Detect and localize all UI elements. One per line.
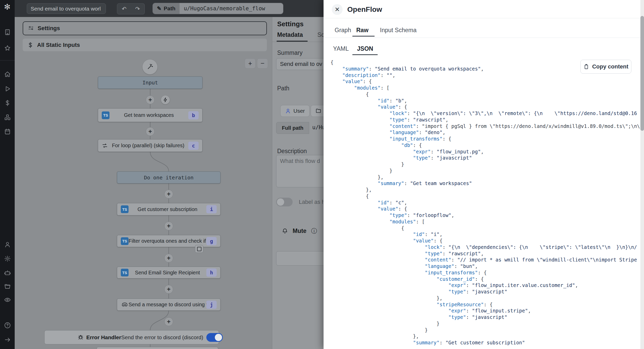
node-id-badge: c xyxy=(188,142,199,150)
audit-eye-icon[interactable] xyxy=(4,296,11,304)
flow-node-i[interactable]: TS Get customer subscription i xyxy=(117,203,221,215)
ai-wand-button[interactable] xyxy=(142,59,157,74)
node-label: For loop (parallel) (skip failures) xyxy=(108,143,188,149)
label-toggle-text: Label as h xyxy=(299,199,325,205)
typescript-badge: TS xyxy=(121,237,129,245)
folder-small-icon xyxy=(316,108,321,114)
tab-graph[interactable]: Graph xyxy=(335,27,351,34)
tab-input-schema[interactable]: Input Schema xyxy=(380,27,417,34)
tab-raw[interactable]: Raw xyxy=(356,27,368,34)
clipboard-icon xyxy=(583,64,589,69)
lightning-icon xyxy=(163,97,168,102)
schedules-calendar-icon[interactable] xyxy=(4,128,11,135)
user-icon[interactable] xyxy=(4,241,11,248)
toggle-knob xyxy=(277,198,284,206)
node-label: Send a message to discord using we… xyxy=(129,302,206,308)
flow-error-handler-node[interactable]: Error HandlerSend the error to discord (… xyxy=(44,330,219,344)
drawer-scrollbar-thumb[interactable] xyxy=(640,16,644,131)
home-icon[interactable] xyxy=(4,71,11,78)
add-step-button[interactable]: + xyxy=(164,222,173,230)
subtab-json[interactable]: JSON xyxy=(357,45,373,52)
flow-node-partial xyxy=(97,347,218,349)
graph-zoom-out-button[interactable]: − xyxy=(257,58,268,68)
redo-button[interactable]: ↷ xyxy=(131,3,145,14)
variables-dollar-icon[interactable] xyxy=(4,99,11,107)
close-drawer-button[interactable]: ✕ xyxy=(332,4,343,15)
favorites-star-icon[interactable] xyxy=(4,44,11,52)
resources-boxes-icon[interactable] xyxy=(4,114,11,121)
node-label: Send Email Single Recipient xyxy=(129,270,206,276)
owner-user-label: User xyxy=(293,108,305,114)
drawer-title: OpenFlow xyxy=(347,5,382,14)
flow-node-j[interactable]: Send a message to discord using we… j xyxy=(117,299,221,311)
settings-gear-icon[interactable] xyxy=(4,255,11,263)
info-icon: ⓘ xyxy=(311,227,317,235)
square-icon xyxy=(197,247,201,251)
subtab-yaml[interactable]: YAML xyxy=(333,45,349,52)
trigger-lightning-button[interactable] xyxy=(161,95,170,104)
static-inputs-label: All Static Inputs xyxy=(37,42,80,48)
flow-settings-menu-item[interactable]: Settings xyxy=(23,21,267,35)
runs-play-icon[interactable] xyxy=(4,85,11,93)
typescript-badge: TS xyxy=(102,111,109,119)
add-step-button[interactable]: + xyxy=(164,285,173,294)
all-static-inputs-menu-item[interactable]: All Static Inputs xyxy=(23,39,267,51)
bug-icon xyxy=(78,334,84,341)
flow-node-h[interactable]: TS Send Email Single Recipient h xyxy=(117,267,221,278)
node-label: Filter overquota ones and check if sh… xyxy=(129,238,206,244)
topbar: ↶ ↷ ✎ Path u/HugoCasa/memorable_flow xyxy=(15,0,324,17)
typescript-badge: TS xyxy=(121,269,129,276)
label-toggle-row: Label as h xyxy=(276,198,325,206)
error-handler-toggle[interactable] xyxy=(206,333,223,342)
add-step-button[interactable]: + xyxy=(164,190,173,198)
label-toggle[interactable] xyxy=(276,198,293,206)
flow-node-do-one-iteration[interactable]: Do one iteration xyxy=(117,171,221,184)
summary-label: Summary xyxy=(277,49,302,56)
windmill-flow-editor: ↶ ↷ ✎ Path u/HugoCasa/memorable_flow ✻ xyxy=(0,0,644,349)
full-path-label: Full path xyxy=(276,122,309,134)
windmill-logo[interactable]: ✻ xyxy=(2,2,12,12)
copy-button-label: Copy content xyxy=(592,63,629,70)
folders-icon[interactable] xyxy=(4,283,11,291)
settings-menu-label: Settings xyxy=(38,25,60,32)
flow-node-input[interactable]: Input xyxy=(98,76,202,89)
magic-wand-icon xyxy=(146,63,154,71)
undo-button[interactable]: ↶ xyxy=(117,3,131,14)
owner-kind-user-button[interactable]: User xyxy=(280,105,310,117)
mute-label: Mute xyxy=(293,228,307,234)
add-step-button[interactable]: + xyxy=(164,254,173,263)
flow-node-b[interactable]: TS Get team workspaces b xyxy=(98,108,202,122)
flow-summary-input[interactable] xyxy=(27,3,106,14)
add-step-button[interactable]: + xyxy=(146,95,155,104)
sliders-icon xyxy=(28,25,34,31)
workers-robot-icon[interactable] xyxy=(4,269,11,277)
bell-icon xyxy=(282,228,288,234)
error-handler-label: Error HandlerSend the error to discord (… xyxy=(86,334,203,341)
add-step-button[interactable]: + xyxy=(146,127,155,136)
settings-panel-title: Settings xyxy=(277,20,304,28)
node-id-badge: j xyxy=(206,301,217,309)
close-icon: ✕ xyxy=(335,6,340,13)
json-code: { "summary": "Send email to overquota wo… xyxy=(331,59,640,349)
undo-icon: ↶ xyxy=(122,6,126,12)
graph-zoom-in-button[interactable]: + xyxy=(245,58,256,68)
workspace-building-icon[interactable] xyxy=(4,28,11,36)
tab-metadata[interactable]: Metadata xyxy=(277,31,303,38)
help-question-icon[interactable] xyxy=(4,321,11,329)
sidebar-divider xyxy=(0,60,15,60)
add-step-button[interactable]: + xyxy=(164,317,173,326)
module-box-button[interactable] xyxy=(195,245,203,253)
copy-content-button[interactable]: Copy content xyxy=(580,60,631,74)
pencil-icon: ✎ xyxy=(157,5,162,12)
path-button[interactable]: ✎ Path u/HugoCasa/memorable_flow xyxy=(152,3,283,14)
toggle-knob xyxy=(215,334,222,341)
flow-node-c[interactable]: For loop (parallel) (skip failures) c xyxy=(98,139,202,152)
tabs-divider xyxy=(324,38,640,38)
app-sidebar: ✻ xyxy=(0,0,15,349)
node-id-badge: g xyxy=(206,237,217,245)
mute-row: Mute ⓘ xyxy=(282,227,317,235)
path-button-label: Path xyxy=(164,5,176,12)
flow-node-g[interactable]: TS Filter overquota ones and check if sh… xyxy=(117,235,221,247)
expand-arrow-icon[interactable] xyxy=(4,336,11,344)
flow-path-value: u/HugoCasa/memorable_flow xyxy=(180,3,283,14)
